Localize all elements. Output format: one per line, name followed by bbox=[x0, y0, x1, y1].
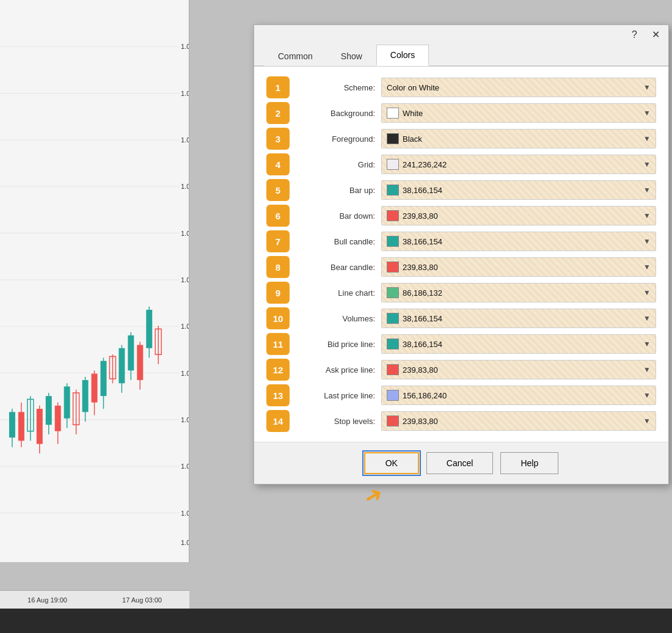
askpriceline-swatch bbox=[387, 364, 399, 375]
help-dialog-button[interactable]: Help bbox=[500, 452, 558, 474]
table-row: 3 Foreground: Black ▼ bbox=[266, 128, 656, 150]
svg-rect-43 bbox=[92, 374, 98, 403]
svg-text:1.02200: 1.02200 bbox=[181, 136, 189, 144]
svg-rect-27 bbox=[18, 412, 24, 441]
svg-rect-51 bbox=[128, 335, 134, 371]
dropdown-arrow-1: ▼ bbox=[643, 83, 651, 92]
bottom-bar bbox=[0, 609, 672, 633]
bullcandle-dropdown[interactable]: 38,166,154 ▼ bbox=[381, 232, 656, 251]
bardown-value-text: 239,83,80 bbox=[403, 211, 438, 221]
dropdown-arrow-14: ▼ bbox=[643, 417, 651, 425]
row-label-8: Bear candle: bbox=[296, 263, 375, 272]
dropdown-arrow-9: ▼ bbox=[643, 288, 651, 297]
volumes-dropdown[interactable]: 38,166,154 ▼ bbox=[381, 309, 656, 328]
dropdown-arrow-4: ▼ bbox=[643, 160, 651, 169]
svg-text:1.02000: 1.02000 bbox=[181, 230, 189, 237]
table-row: 13 Last price line: 156,186,240 ▼ bbox=[266, 384, 656, 406]
row-label-10: Volumes: bbox=[296, 314, 375, 323]
linechart-value-text: 86,186,132 bbox=[403, 288, 442, 298]
table-row: 9 Line chart: 86,186,132 ▼ bbox=[266, 282, 656, 304]
grid-swatch bbox=[387, 159, 399, 170]
row-number-13: 13 bbox=[266, 384, 290, 406]
grid-value-container: 241,236,242 bbox=[387, 159, 447, 170]
table-row: 1 Scheme: Color on White ▼ bbox=[266, 76, 656, 98]
svg-rect-55 bbox=[146, 310, 152, 348]
stoplevels-value-text: 239,83,80 bbox=[403, 417, 438, 426]
background-swatch bbox=[387, 108, 399, 119]
bardown-dropdown[interactable]: 239,83,80 ▼ bbox=[381, 206, 656, 225]
row-number-12: 12 bbox=[266, 359, 290, 381]
lastpriceline-dropdown[interactable]: 156,186,240 ▼ bbox=[381, 386, 656, 405]
row-number-2: 2 bbox=[266, 102, 290, 124]
table-row: 12 Ask price line: 239,83,80 ▼ bbox=[266, 359, 656, 381]
row-label-9: Line chart: bbox=[296, 288, 375, 298]
barup-value-text: 38,166,154 bbox=[403, 186, 442, 195]
svg-rect-25 bbox=[9, 412, 15, 437]
tab-common[interactable]: Common bbox=[264, 46, 327, 66]
table-row: 7 Bull candle: 38,166,154 ▼ bbox=[266, 230, 656, 252]
chart-area: 1.02400 1.02300 1.02200 1.02100 1.02000 … bbox=[0, 0, 189, 562]
barup-dropdown[interactable]: 38,166,154 ▼ bbox=[381, 180, 656, 200]
askpriceline-dropdown[interactable]: 239,83,80 ▼ bbox=[381, 360, 656, 379]
colors-dialog: ? ✕ Common Show Colors 1 Scheme: Color o… bbox=[254, 24, 669, 485]
help-button[interactable]: ? bbox=[628, 28, 641, 42]
bearcandle-dropdown[interactable]: 239,83,80 ▼ bbox=[381, 257, 656, 277]
row-number-5: 5 bbox=[266, 179, 290, 201]
grid-dropdown[interactable]: 241,236,242 ▼ bbox=[381, 155, 656, 174]
table-row: 5 Bar up: 38,166,154 ▼ bbox=[266, 179, 656, 201]
dropdown-arrow-10: ▼ bbox=[643, 314, 651, 323]
linechart-value-container: 86,186,132 bbox=[387, 287, 442, 298]
bardown-value-container: 239,83,80 bbox=[387, 210, 438, 221]
scheme-value-container: Color on White bbox=[387, 83, 439, 92]
bidpriceline-swatch bbox=[387, 338, 399, 349]
bullcandle-swatch bbox=[387, 236, 399, 247]
bearcandle-value-container: 239,83,80 bbox=[387, 262, 438, 273]
table-row: 10 Volumes: 38,166,154 ▼ bbox=[266, 307, 656, 329]
dialog-buttons: OK Cancel Help ➜ bbox=[254, 442, 668, 484]
cancel-button[interactable]: Cancel bbox=[426, 452, 494, 474]
svg-text:1.01600: 1.01600 bbox=[181, 416, 189, 423]
row-label-11: Bid price line: bbox=[296, 340, 375, 349]
row-number-4: 4 bbox=[266, 153, 290, 175]
svg-text:1.02400: 1.02400 bbox=[181, 43, 189, 50]
svg-rect-37 bbox=[64, 387, 70, 419]
barup-swatch bbox=[387, 185, 399, 196]
svg-rect-53 bbox=[137, 345, 143, 381]
tab-show[interactable]: Show bbox=[327, 46, 376, 66]
foreground-dropdown[interactable]: Black ▼ bbox=[381, 129, 656, 148]
lastpriceline-value-container: 156,186,240 bbox=[387, 390, 447, 401]
time-label-2: 17 Aug 03:00 bbox=[122, 596, 162, 604]
close-button[interactable]: ✕ bbox=[648, 27, 663, 42]
dropdown-arrow-12: ▼ bbox=[643, 365, 651, 374]
linechart-dropdown[interactable]: 86,186,132 ▼ bbox=[381, 283, 656, 302]
ok-button[interactable]: OK bbox=[364, 452, 419, 474]
stoplevels-swatch bbox=[387, 415, 399, 426]
row-label-2: Background: bbox=[296, 109, 375, 118]
dialog-content: 1 Scheme: Color on White ▼ 2 Background:… bbox=[254, 67, 668, 442]
table-row: 8 Bear candle: 239,83,80 ▼ bbox=[266, 256, 656, 278]
background-dropdown[interactable]: White ▼ bbox=[381, 103, 656, 123]
bidpriceline-value-text: 38,166,154 bbox=[403, 340, 442, 349]
time-label-1: 16 Aug 19:00 bbox=[27, 596, 67, 604]
background-value-text: White bbox=[403, 109, 423, 118]
table-row: 2 Background: White ▼ bbox=[266, 102, 656, 124]
dropdown-arrow-13: ▼ bbox=[643, 391, 651, 400]
askpriceline-value-container: 239,83,80 bbox=[387, 364, 438, 375]
grid-value-text: 241,236,242 bbox=[403, 160, 447, 169]
row-number-1: 1 bbox=[266, 76, 290, 98]
row-number-11: 11 bbox=[266, 333, 290, 355]
scheme-dropdown[interactable]: Color on White ▼ bbox=[381, 78, 656, 97]
tab-colors[interactable]: Colors bbox=[376, 45, 429, 66]
foreground-swatch bbox=[387, 133, 399, 144]
dropdown-arrow-5: ▼ bbox=[643, 186, 651, 194]
row-label-13: Last price line: bbox=[296, 391, 375, 400]
row-label-3: Foreground: bbox=[296, 134, 375, 144]
svg-rect-31 bbox=[37, 409, 43, 444]
stoplevels-dropdown[interactable]: 239,83,80 ▼ bbox=[381, 411, 656, 431]
bidpriceline-dropdown[interactable]: 38,166,154 ▼ bbox=[381, 334, 656, 354]
svg-text:1.01400: 1.01400 bbox=[181, 509, 189, 516]
table-row: 6 Bar down: 239,83,80 ▼ bbox=[266, 205, 656, 227]
scheme-value-text: Color on White bbox=[387, 83, 439, 92]
bearcandle-value-text: 239,83,80 bbox=[403, 263, 438, 272]
volumes-value-text: 38,166,154 bbox=[403, 314, 442, 323]
